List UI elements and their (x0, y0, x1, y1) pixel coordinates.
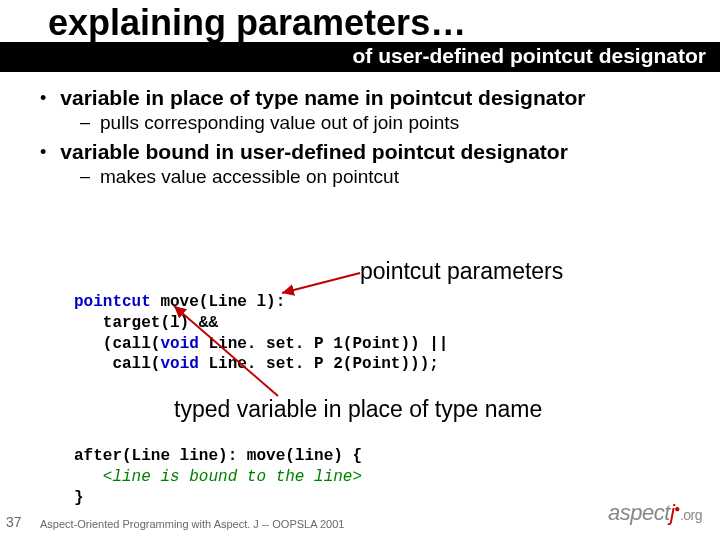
subbullet-1: – pulls corresponding value out of join … (80, 112, 680, 134)
code-text: Line. set. P 1(Point)) || (199, 335, 449, 353)
bullet-dash: – (80, 166, 90, 187)
subbullet-text: makes value accessible on pointcut (100, 166, 399, 188)
code-block-pointcut: pointcut move(Line l): target(l) && (cal… (74, 292, 448, 375)
code-text: move(Line l): (151, 293, 285, 311)
logo-org: .org (680, 507, 702, 523)
callout-typed-variable: typed variable in place of type name (174, 396, 542, 423)
bullet-text: variable in place of type name in pointc… (60, 86, 585, 110)
bullet-dot: • (40, 88, 46, 109)
bullet-2: • variable bound in user-defined pointcu… (40, 140, 680, 164)
code-block-after: after(Line line): move(line) { <line is … (74, 446, 362, 508)
slide: explaining parameters… of user-defined p… (0, 0, 720, 540)
bullet-1: • variable in place of type name in poin… (40, 86, 680, 110)
code-text: target(l) && (74, 314, 218, 332)
footer-text: Aspect-Oriented Programming with Aspect.… (40, 518, 344, 530)
subbullet-2: – makes value accessible on pointcut (80, 166, 680, 188)
slide-number: 37 (6, 514, 22, 530)
subtitle-bar: of user-defined pointcut designator (0, 42, 720, 72)
code-text: after(Line line): move(line) { (74, 447, 362, 465)
slide-title: explaining parameters… (48, 2, 720, 44)
aspectj-logo: aspectj●.org (608, 500, 702, 526)
subbullet-text: pulls corresponding value out of join po… (100, 112, 459, 134)
keyword: pointcut (74, 293, 151, 311)
title-block: explaining parameters… (0, 0, 720, 44)
code-text: call( (74, 355, 160, 373)
content-area: • variable in place of type name in poin… (0, 72, 720, 188)
bullet-text: variable bound in user-defined pointcut … (60, 140, 568, 164)
code-text: Line. set. P 2(Point))); (199, 355, 439, 373)
bullet-dash: – (80, 112, 90, 133)
slide-subtitle: of user-defined pointcut designator (352, 44, 706, 68)
bullet-dot: • (40, 142, 46, 163)
svg-line-0 (282, 273, 360, 293)
keyword: void (160, 335, 198, 353)
code-comment: <line is bound to the line> (74, 468, 362, 486)
keyword: void (160, 355, 198, 373)
code-text: } (74, 489, 84, 507)
code-text: (call( (74, 335, 160, 353)
logo-text: aspect (608, 500, 670, 525)
callout-pointcut-params: pointcut parameters (360, 258, 563, 285)
